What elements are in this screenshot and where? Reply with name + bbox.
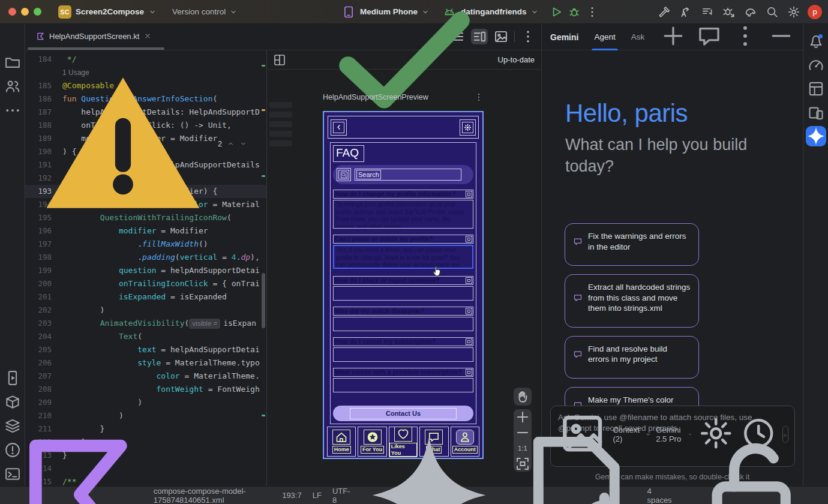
status-bar: compose-compose-model-1758748140651.xml … [0, 486, 828, 504]
search-everywhere-icon[interactable] [766, 5, 779, 19]
code-line: 209 ) [25, 396, 266, 409]
expand-toggle-icon [466, 369, 472, 376]
chat-bubble-icon [573, 231, 583, 252]
expand-toggle-icon [466, 338, 472, 345]
status-file: compose-compose-model-1758748140651.xml [7, 424, 282, 504]
preview-toolbar: Up-to-date [267, 50, 542, 70]
code-editor[interactable]: 184 */1 Usage185@Composable186fun Questi… [25, 50, 266, 486]
chat-bubble-icon [573, 344, 583, 365]
gemini-status-icon[interactable] [361, 427, 497, 504]
greeting-subtitle: What can I help you build today? [565, 134, 763, 178]
code-line: 204 Text( [25, 330, 266, 343]
task-list-icon[interactable] [701, 5, 714, 19]
expand-toggle-icon [466, 191, 472, 197]
more-tool-windows-icon[interactable] [4, 102, 21, 119]
notifications-icon[interactable] [808, 32, 824, 49]
gemini-suggestion-chip[interactable]: Find and resolve build errors in my proj… [565, 336, 699, 379]
pan-tool-button[interactable] [514, 388, 532, 406]
horizontal-scrollbar[interactable] [28, 47, 164, 50]
settings-icon[interactable] [787, 5, 800, 19]
gemini-panel: Gemini Agent Ask Hello, paris What can I… [541, 24, 803, 486]
preview-name: HelpAndSupportScreenPreview [323, 93, 428, 101]
indent-widget[interactable]: 4 spaces [509, 427, 672, 504]
close-window-button[interactable] [8, 8, 16, 16]
preview-faq-answer: Yes, if you need a break, you can pause … [333, 245, 473, 269]
panel-options-icon[interactable] [732, 23, 758, 52]
project-logo: SC [58, 5, 71, 19]
ui-check-icon[interactable] [273, 53, 286, 67]
preview-faq-answer [333, 286, 473, 301]
expand-toggle-icon [466, 308, 472, 314]
layout-inspector-icon[interactable] [808, 80, 824, 97]
gemini-suggestion-chip[interactable]: Extract all hardcoded strings from this … [565, 274, 699, 328]
tab-agent[interactable]: Agent [594, 24, 615, 50]
quick-actions-icon[interactable] [679, 5, 692, 19]
preview-faq-question: Why did my match disappear? [333, 307, 473, 316]
new-chat-icon[interactable] [660, 23, 686, 52]
code-line: 200 onTrailingIconClick = { onTrai [25, 277, 266, 290]
conversations-icon[interactable] [696, 23, 722, 52]
zoom-in-button[interactable] [514, 409, 532, 425]
inspections-widget[interactable]: 2 [33, 53, 247, 235]
caret-position[interactable]: 193:7 [282, 491, 302, 500]
preview-faq-answer [333, 347, 473, 362]
warning-icon [33, 53, 213, 235]
preview-faq-question: How do I block or report someone? [333, 276, 473, 285]
project-widget[interactable]: SC Screen2Compose [58, 5, 157, 19]
back-button [331, 119, 347, 136]
search-icon [341, 172, 347, 178]
vcs-widget[interactable]: Version control [172, 7, 238, 16]
running-devices-icon[interactable] [4, 370, 21, 386]
profiler-icon[interactable] [808, 56, 824, 73]
preview-gutter [269, 102, 292, 150]
android-studio-window: SC Screen2Compose Version control Medium… [0, 0, 828, 504]
code-line: 208 fontWeight = FontWeigh [25, 383, 266, 396]
run-icon[interactable] [550, 5, 563, 19]
tab-title: HelpAndSupportScreen.kt [49, 32, 139, 41]
right-tool-strip [803, 24, 828, 486]
left-tool-strip [0, 24, 25, 486]
preview-faq-answer [333, 317, 473, 331]
expand-toggle-icon [466, 236, 472, 242]
code-line: 207 color = MaterialTheme. [25, 370, 266, 383]
phone-preview[interactable]: FAQ Search How do I change my profile in… [323, 111, 484, 459]
preview-options-icon[interactable] [474, 92, 484, 102]
settings-button [460, 119, 476, 136]
editor-tab[interactable]: HelpAndSupportScreen.kt [29, 24, 159, 48]
minimize-window-button[interactable] [21, 8, 29, 16]
gear-icon [464, 124, 472, 131]
line-separator[interactable]: LF [313, 491, 322, 500]
people-icon[interactable] [4, 78, 21, 95]
user-avatar[interactable]: p [808, 5, 822, 19]
project-folder-icon[interactable] [4, 54, 21, 71]
warning-count: 2 [218, 140, 222, 148]
file-encoding[interactable]: UTF-8 [332, 487, 350, 504]
close-icon[interactable] [143, 32, 152, 40]
tab-ask[interactable]: Ask [631, 24, 645, 50]
zoom-window-button[interactable] [34, 8, 41, 16]
preview-content: FAQ Search How do I change my profile in… [330, 142, 476, 424]
prev-problem-icon[interactable] [227, 140, 235, 148]
build-icon[interactable] [4, 394, 21, 410]
gradle-sync-icon[interactable] [744, 5, 757, 19]
code-line: 205 text = helpAndSupportDetai [25, 343, 266, 356]
faq-heading: FAQ [333, 145, 364, 162]
compose-file-icon [7, 424, 149, 504]
debug-icon[interactable] [568, 5, 581, 19]
window-controls[interactable] [8, 8, 41, 16]
gemini-suggestion-chip[interactable]: Fix the warnings and errors in the edito… [565, 223, 699, 266]
preview-faq-question: Can I pause or delete my profile? [333, 235, 473, 244]
code-line: 202 ) [25, 304, 266, 317]
hide-panel-icon[interactable] [768, 23, 794, 52]
device-mirror-icon[interactable] [808, 104, 824, 121]
preview-faq-question: How do I cancel my subscription? [333, 337, 473, 346]
next-problem-icon[interactable] [239, 140, 247, 148]
attach-debugger-icon[interactable] [722, 5, 736, 19]
lock-open-icon[interactable] [683, 427, 820, 504]
code-line: 203 AnimatedVisibility(visible =isExpan [25, 317, 266, 330]
editor-scrollbar[interactable] [260, 50, 266, 486]
kotlin-file-icon [36, 32, 45, 41]
build-run-icon[interactable] [658, 5, 671, 19]
more-actions-icon[interactable] [586, 5, 599, 19]
gemini-icon[interactable] [806, 126, 826, 146]
